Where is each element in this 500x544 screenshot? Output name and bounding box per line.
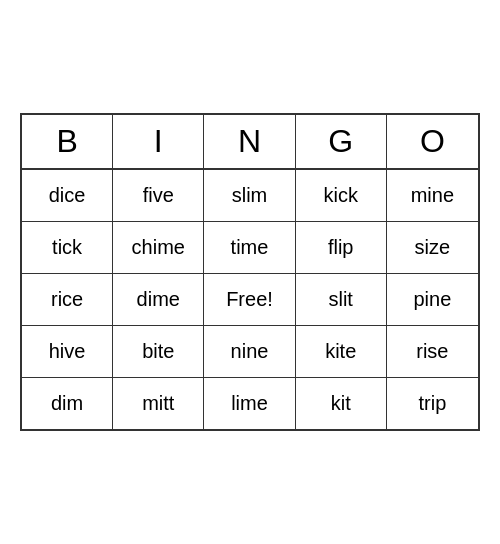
cell-r1-c4: size [387,222,478,274]
cell-r0-c4: mine [387,170,478,222]
cell-r2-c0: rice [22,274,113,326]
cell-r2-c4: pine [387,274,478,326]
cell-r2-c2: Free! [204,274,295,326]
cell-r3-c3: kite [296,326,387,378]
cell-r1-c3: flip [296,222,387,274]
cell-r1-c2: time [204,222,295,274]
cell-r4-c0: dim [22,378,113,429]
cell-r4-c3: kit [296,378,387,429]
header-g: G [296,115,387,168]
cell-r3-c0: hive [22,326,113,378]
cell-r4-c4: trip [387,378,478,429]
cell-r0-c1: five [113,170,204,222]
cell-r1-c1: chime [113,222,204,274]
header-o: O [387,115,478,168]
bingo-header: B I N G O [22,115,478,170]
bingo-card: B I N G O dicefiveslimkickminetickchimet… [20,113,480,431]
cell-r0-c0: dice [22,170,113,222]
cell-r0-c3: kick [296,170,387,222]
bingo-grid: dicefiveslimkickminetickchimetimeflipsiz… [22,170,478,429]
cell-r0-c2: slim [204,170,295,222]
cell-r4-c1: mitt [113,378,204,429]
cell-r3-c4: rise [387,326,478,378]
cell-r4-c2: lime [204,378,295,429]
cell-r2-c3: slit [296,274,387,326]
cell-r3-c1: bite [113,326,204,378]
header-n: N [204,115,295,168]
cell-r1-c0: tick [22,222,113,274]
header-i: I [113,115,204,168]
header-b: B [22,115,113,168]
cell-r2-c1: dime [113,274,204,326]
cell-r3-c2: nine [204,326,295,378]
